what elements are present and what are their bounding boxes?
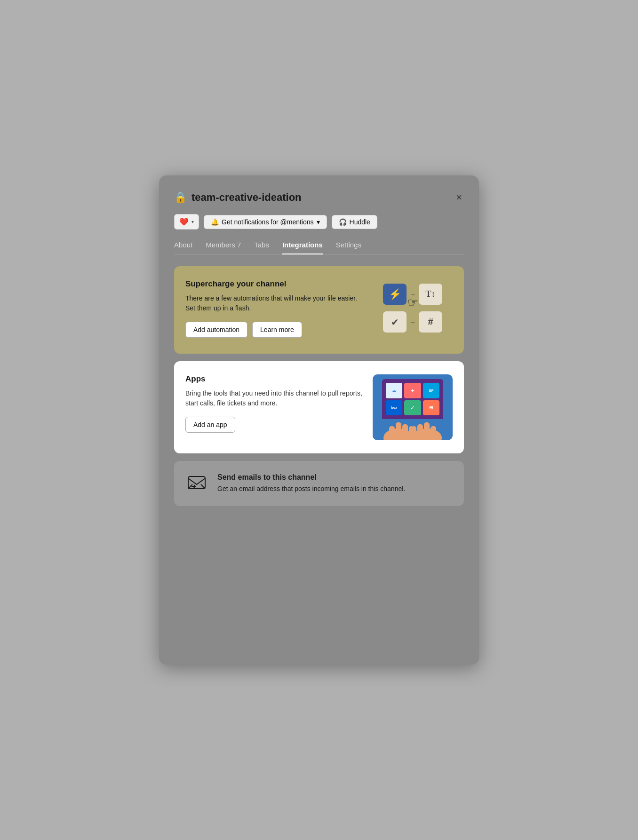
- email-card-title: Send emails to this channel: [217, 473, 405, 482]
- email-icon: [188, 476, 206, 491]
- cloud-icon: ☁: [386, 383, 402, 398]
- apps-card-desc: Bring the tools that you need into this …: [185, 388, 363, 408]
- reaction-chevron: ▾: [191, 219, 194, 224]
- plus-icon: +: [404, 383, 421, 398]
- huddle-label: Huddle: [350, 218, 370, 226]
- svg-rect-6: [431, 426, 436, 439]
- svg-rect-2: [396, 422, 401, 438]
- svg-rect-9: [412, 426, 416, 438]
- notifications-button[interactable]: 🔔 Get notifications for @mentions ▾: [204, 215, 327, 229]
- svg-rect-7: [424, 422, 430, 438]
- channel-settings-modal: 🔒 team-creative-ideation × ❤️ ▾ 🔔 Get no…: [159, 175, 479, 665]
- notif-chevron: ▾: [317, 218, 320, 226]
- salesforce-icon: SF: [423, 383, 439, 398]
- tabs-bar: About Members 7 Tabs Integrations Settin…: [174, 241, 464, 255]
- modal-title: team-creative-ideation: [191, 191, 302, 204]
- email-card-content: Send emails to this channel Get an email…: [217, 473, 405, 494]
- email-card-desc: Get an email address that posts incoming…: [217, 484, 405, 494]
- notif-label: Get notifications for @mentions: [222, 218, 314, 226]
- bell-icon: 🔔: [211, 218, 219, 226]
- heart-emoji: ❤️: [179, 217, 189, 226]
- illus-row-2: ✔ → #: [383, 311, 442, 333]
- svg-rect-1: [389, 426, 395, 439]
- svg-rect-3: [402, 424, 408, 438]
- close-button[interactable]: ×: [454, 190, 464, 205]
- illus-check-circle: ✔: [383, 311, 407, 333]
- automation-card-content: Supercharge your channel There are a few…: [185, 279, 363, 338]
- svg-line-12: [201, 484, 205, 489]
- illus-row-1: ⚡ → T↕: [383, 284, 442, 305]
- apps-card-content: Apps Bring the tools that you need into …: [185, 374, 363, 433]
- svg-rect-8: [417, 424, 423, 438]
- toolbar: ❤️ ▾ 🔔 Get notifications for @mentions ▾…: [174, 214, 464, 230]
- automation-card-title: Supercharge your channel: [185, 279, 363, 289]
- modal-header: 🔒 team-creative-ideation ×: [174, 190, 464, 205]
- reaction-button[interactable]: ❤️ ▾: [174, 214, 199, 230]
- tab-tabs[interactable]: Tabs: [254, 241, 269, 254]
- title-group: 🔒 team-creative-ideation: [174, 191, 302, 204]
- email-card: Send emails to this channel Get an email…: [174, 461, 464, 506]
- add-app-button[interactable]: Add an app: [185, 417, 235, 433]
- tab-about[interactable]: About: [174, 241, 192, 254]
- automation-card-desc: There are a few automations that will ma…: [185, 293, 363, 313]
- automation-card: Supercharge your channel There are a few…: [174, 266, 464, 354]
- illus-arrow-1: →: [409, 291, 416, 298]
- automation-illustration: ⚡ → T↕ ☞ ✔ → #: [373, 279, 453, 341]
- tab-integrations[interactable]: Integrations: [282, 241, 323, 254]
- tab-settings[interactable]: Settings: [336, 241, 361, 254]
- apps-card-title: Apps: [185, 374, 363, 384]
- illus-lightning: ⚡: [383, 284, 407, 305]
- svg-rect-10: [188, 476, 205, 489]
- huddle-button[interactable]: 🎧 Huddle: [332, 215, 377, 229]
- email-icon-wrap: [185, 472, 208, 495]
- lock-icon: 🔒: [174, 191, 187, 204]
- tab-members[interactable]: Members 7: [206, 241, 241, 254]
- illus-arrow-2: →: [409, 318, 416, 326]
- learn-more-button[interactable]: Learn more: [252, 322, 302, 338]
- illus-hash: #: [419, 311, 442, 333]
- add-automation-button[interactable]: Add automation: [185, 322, 247, 338]
- apps-card: Apps Bring the tools that you need into …: [174, 361, 464, 453]
- apps-illustration: ☁ + SF box ✓ ⊞: [373, 374, 453, 440]
- automation-card-buttons: Add automation Learn more: [185, 322, 363, 338]
- hands-svg: [380, 412, 446, 440]
- illus-text-box: T↕: [419, 284, 442, 305]
- headphones-icon: 🎧: [339, 218, 347, 226]
